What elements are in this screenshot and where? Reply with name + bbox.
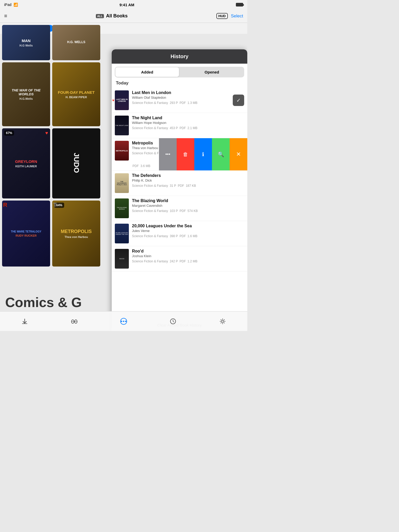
book-thumbnail: 20,000 LEAGUES UNDER THE SEA [115, 224, 129, 243]
book-cover: GREYLORN KEITH LAUMER [2, 128, 50, 198]
status-bar: iPad 📶 9:41 AM [0, 0, 247, 9]
nav-right[interactable]: HUD Select [216, 13, 243, 19]
book-card-judo[interactable]: JUDO [52, 128, 100, 198]
book-card[interactable]: MAN H.G Wells [2, 25, 50, 60]
book-title: The Defenders [132, 173, 244, 178]
history-content: Today ♥ LAST MEN IN LONDON Last Men in L… [112, 77, 247, 319]
book-thumbnail: ROO'D [115, 249, 129, 269]
nav-center: ALL All Books [96, 13, 128, 19]
book-info: Roo'd Joshua Klein Science Fiction & Fan… [132, 249, 244, 263]
wifi-icon: 📶 [14, 3, 18, 7]
book-title: Last Men in London [132, 90, 230, 95]
book-cover: JUDO [52, 128, 100, 198]
book-card-warworlds[interactable]: The War of the Worlds H.G.Wells [2, 62, 50, 126]
book-cover: MAN H.G Wells [2, 25, 50, 60]
battery-icon [236, 3, 243, 6]
book-card-greylorn[interactable]: GREYLORN KEITH LAUMER 67% ♥ [2, 128, 50, 198]
book-thumbnail: THE BLAZING WORLD [115, 198, 129, 218]
book-meta: Science Fiction & Fantasy 453 P PDF 2.1 … [132, 126, 244, 130]
book-title: Roo'd [132, 249, 244, 254]
book-meta: Science Fiction & Fantasy 398 P PDF 1.6 … [132, 234, 244, 238]
book-author: Joshua Klein [132, 254, 244, 258]
bottom-section-label: Comics & G [5, 295, 82, 310]
list-item[interactable]: ROO'D Roo'd Joshua Klein Science Fiction… [112, 246, 247, 271]
book-card[interactable]: H.G. WELLS [52, 25, 100, 60]
book-author: Philip K. Dick [132, 178, 244, 182]
heart-icon-small: ♥ [112, 98, 114, 102]
book-cover: FOUR-DAY PLANET H. BEAM PIPER [52, 62, 100, 126]
nav-left[interactable]: ≡ [4, 13, 7, 19]
bottom-bar [0, 311, 247, 331]
list-item[interactable]: ♥ LAST MEN IN LONDON Last Men in London … [112, 88, 247, 113]
nav-bar: ≡ ALL All Books HUD Select [0, 9, 247, 23]
list-item[interactable]: THE NIGHT LAND The Night Land William Ho… [112, 113, 247, 138]
svg-point-6 [123, 321, 124, 322]
book-card-fourday[interactable]: FOUR-DAY PLANET H. BEAM PIPER [52, 62, 100, 126]
menu-icon[interactable]: ≡ [4, 13, 7, 19]
history-tabs[interactable]: Added Opened [115, 67, 244, 77]
time-display: 9:41 AM [119, 3, 134, 7]
book-meta: Science Fiction & Fantasy 293 P PDF 1.3 … [132, 101, 230, 105]
svg-point-7 [125, 321, 126, 322]
book-info: The Night Land William Hope Hodgson Scie… [132, 116, 244, 130]
history-title: History [171, 54, 189, 59]
download-icon[interactable] [21, 318, 28, 325]
book-grid: MAN H.G Wells H.G. WELLS The War of the … [0, 23, 112, 269]
list-item[interactable]: THE DEFENDERSPhilip K. Dick The Defender… [112, 171, 247, 196]
section-letter-r: R [3, 202, 7, 208]
book-author: Margaret Cavendish [132, 204, 244, 208]
swipe-more-button[interactable]: ••• [159, 138, 177, 170]
list-item[interactable]: 20,000 LEAGUES UNDER THE SEA 20,000 Leag… [112, 221, 247, 246]
book-info: Last Men in London William Olaf Stapledo… [132, 90, 230, 105]
book-cover: The War of the Worlds H.G.Wells [2, 62, 50, 126]
book-thumbnail: THE NIGHT LAND [115, 116, 129, 135]
list-item-metropolis[interactable]: METROPOLIS Metropolis Thea von Harbou Sc… [112, 138, 247, 171]
book-card-metropolis[interactable]: METROPOLIS Thea von Harbou 64% T [52, 201, 100, 267]
select-button[interactable]: Select [231, 14, 243, 19]
list-item[interactable]: THE BLAZING WORLD The Blazing World Marg… [112, 196, 247, 221]
book-meta: Science Fiction & Fantasy 242 P PDF 1.2 … [132, 260, 244, 263]
book-cover: THE WARE TETRALOGY RUDY RUCKER [2, 201, 50, 267]
more-icon[interactable] [120, 318, 127, 325]
book-info: 20,000 Leagues Under the Sea Jules Verne… [132, 224, 244, 238]
book-meta: Science Fiction & Fantasy 103 P PDF 574 … [132, 209, 244, 213]
progress-badge: 67% [4, 130, 14, 136]
settings-icon[interactable] [219, 318, 226, 325]
check-icon: ✓ [236, 97, 241, 103]
history-header: History [112, 49, 247, 64]
book-meta: Science Fiction & Fantasy 31 P PDF 187 K… [132, 184, 244, 188]
history-panel: History Added Opened Today ♥ LAST MEN IN… [112, 49, 247, 331]
book-thumbnail: METROPOLIS [115, 141, 129, 161]
swipe-delete-button[interactable]: 🗑 [177, 138, 194, 170]
book-info: The Defenders Philip K. Dick Science Fic… [132, 173, 244, 188]
swipe-close-button[interactable]: ✕ [230, 138, 247, 170]
book-thumbnail: THE DEFENDERSPhilip K. Dick [115, 173, 129, 193]
svg-point-12 [222, 320, 224, 322]
book-title: The Blazing World [132, 198, 244, 203]
swipe-actions[interactable]: ••• 🗑 ℹ 🔍 ✕ [159, 138, 247, 170]
tab-added[interactable]: Added [115, 67, 179, 77]
book-title: 20,000 Leagues Under the Sea [132, 224, 244, 228]
book-author: Jules Verne [132, 229, 244, 233]
book-author: William Hope Hodgson [132, 121, 244, 125]
svg-point-5 [121, 321, 122, 322]
history-icon[interactable] [169, 318, 177, 325]
swipe-info-button[interactable]: ℹ [194, 138, 212, 170]
book-author: William Olaf Stapledon [132, 96, 230, 99]
today-header: Today [112, 77, 247, 88]
reading-icon[interactable] [71, 318, 78, 325]
book-thumbnail: LAST MEN IN LONDON [115, 90, 129, 110]
status-right [236, 3, 243, 6]
book-cover: METROPOLIS Thea von Harbou [52, 201, 100, 267]
status-left: iPad 📶 [4, 3, 18, 7]
section-letter-t: T [53, 202, 57, 208]
check-button[interactable]: ✓ [233, 95, 244, 106]
book-cover: H.G. WELLS [52, 25, 100, 60]
book-card-waretetralogy[interactable]: THE WARE TETRALOGY RUDY RUCKER R [2, 201, 50, 267]
tab-opened[interactable]: Opened [180, 67, 244, 77]
all-badge: ALL [96, 14, 104, 18]
swipe-search-button[interactable]: 🔍 [212, 138, 230, 170]
book-title: The Night Land [132, 116, 244, 120]
book-info: The Blazing World Margaret Cavendish Sci… [132, 198, 244, 213]
hud-button[interactable]: HUD [216, 13, 228, 19]
